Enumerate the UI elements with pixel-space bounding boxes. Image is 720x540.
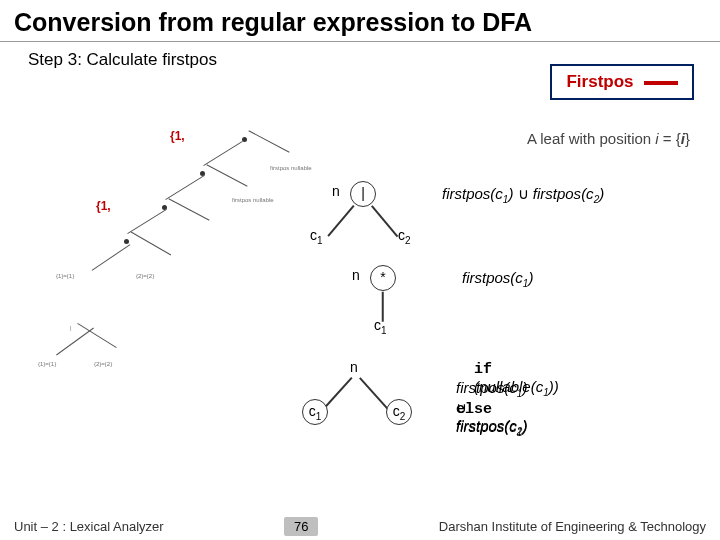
union-c1-label: c1 <box>310 227 323 246</box>
left-syntax-tree: {1, firstpos nullable {1, firstpos nulla… <box>40 125 320 455</box>
page-title: Conversion from regular expression to DF… <box>0 0 720 42</box>
star-node: * <box>370 265 396 291</box>
diagram-stage: {1, firstpos nullable {1, firstpos nulla… <box>0 105 720 485</box>
concat-c1-node: c1 <box>302 399 328 425</box>
footer-mid: 76 <box>164 517 439 536</box>
union-c2-label: c2 <box>398 227 411 246</box>
union-rule-text: firstpos(c1) ∪ firstpos(c2) <box>442 185 702 205</box>
union-node: | <box>350 181 376 207</box>
union-n-label: n <box>332 183 340 199</box>
legend-box: Firstpos <box>550 64 694 100</box>
concat-else-text: else firstpos(c1) <box>456 399 527 438</box>
firstpos-set-mid: {1, <box>96 199 111 213</box>
concat-c2-node: c2 <box>386 399 412 425</box>
page-number: 76 <box>284 517 318 536</box>
star-n-label: n <box>352 267 360 283</box>
legend-swatch <box>644 81 678 85</box>
footer: Unit – 2 : Lexical Analyzer 76 Darshan I… <box>0 512 720 540</box>
concat-n-label: n <box>350 359 358 375</box>
firstpos-set-top: {1, <box>170 129 185 143</box>
footer-left: Unit – 2 : Lexical Analyzer <box>0 519 164 534</box>
footer-right: Darshan Institute of Engineering & Techn… <box>439 519 720 534</box>
star-c1-label: c1 <box>374 317 387 336</box>
legend-label: Firstpos <box>566 72 633 91</box>
star-rule-text: firstpos(c1) <box>462 269 533 289</box>
